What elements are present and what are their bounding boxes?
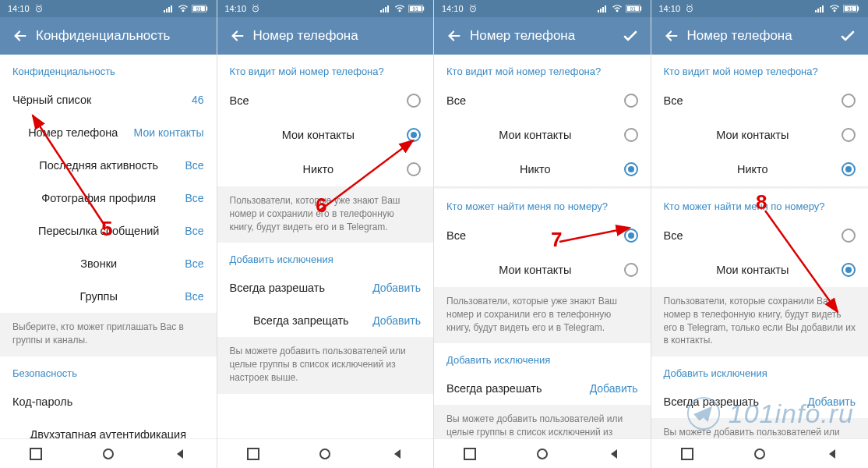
back-button[interactable]: [222, 20, 253, 51]
svg-point-35: [538, 449, 547, 459]
radio-row[interactable]: Никто: [217, 152, 434, 186]
back-button[interactable]: [439, 20, 470, 51]
radio-button[interactable]: [407, 128, 421, 142]
settings-row[interactable]: Двухэтапная аутентификация: [0, 418, 217, 438]
radio-row[interactable]: Никто: [434, 152, 651, 186]
back-button[interactable]: [5, 20, 36, 51]
row-value: Все: [185, 290, 203, 303]
radio-label: Все: [446, 229, 466, 242]
row-label: Последняя активность: [39, 159, 158, 172]
nav-home[interactable]: [740, 442, 779, 466]
nav-back[interactable]: [595, 442, 633, 466]
radio-button[interactable]: [842, 162, 856, 176]
radio-button[interactable]: [842, 128, 856, 142]
nav-home[interactable]: [305, 442, 344, 466]
radio-button[interactable]: [842, 263, 856, 277]
radio-row[interactable]: Все: [651, 83, 869, 118]
section-header: Добавить исключения: [217, 243, 434, 271]
settings-row[interactable]: Всегда разрешать Добавить: [217, 271, 434, 304]
row-label: Группы: [80, 290, 118, 303]
svg-rect-14: [383, 9, 384, 12]
battery-icon: 91: [192, 5, 209, 12]
hint-text: Пользователи, которые сохранили Ваш номе…: [651, 287, 869, 356]
settings-row[interactable]: Всегда запрещать Добавить: [217, 304, 434, 337]
section-header: Кто видит мой номер телефона?: [651, 55, 869, 83]
svg-point-11: [104, 449, 113, 459]
hint-text: Пользователи, которые уже знают Ваш номе…: [434, 287, 651, 343]
confirm-button[interactable]: [832, 20, 863, 51]
section-header: Добавить исключения: [651, 356, 869, 385]
svg-point-23: [320, 449, 330, 459]
hint-text: Вы можете добавить пользователей или цел…: [651, 418, 869, 438]
settings-row[interactable]: Всегда разрешать Добавить: [651, 385, 869, 418]
nav-recent[interactable]: [668, 442, 707, 466]
radio-button[interactable]: [624, 263, 638, 277]
nav-bar: [217, 438, 434, 468]
nav-home[interactable]: [523, 442, 562, 466]
nav-recent[interactable]: [450, 442, 489, 466]
svg-text:91: 91: [630, 6, 636, 12]
radio-button[interactable]: [842, 94, 856, 108]
radio-row[interactable]: Все: [651, 218, 869, 253]
radio-row[interactable]: Мои контакты: [651, 118, 869, 152]
nav-bar: [0, 438, 217, 468]
status-bar: 14:10 91: [651, 0, 869, 17]
section-header: Кто видит мой номер телефона?: [434, 55, 651, 83]
battery-icon: 91: [843, 5, 860, 12]
back-button[interactable]: [656, 20, 687, 51]
radio-button[interactable]: [407, 94, 421, 108]
svg-text:91: 91: [848, 6, 854, 12]
row-label: Всегда разрешать: [446, 382, 542, 395]
settings-row[interactable]: Звонки Все: [0, 247, 217, 280]
settings-row[interactable]: Всегда разрешать Добавить: [434, 372, 651, 405]
nav-recent[interactable]: [234, 442, 273, 466]
nav-home[interactable]: [89, 442, 128, 466]
settings-row[interactable]: Чёрный список 46: [0, 83, 217, 116]
radio-button[interactable]: [407, 162, 421, 176]
status-time: 14:10: [442, 4, 464, 13]
settings-row[interactable]: Пересылка сообщений Все: [0, 214, 217, 247]
wifi-icon: [612, 5, 623, 12]
confirm-button[interactable]: [615, 20, 646, 51]
row-value: Все: [185, 257, 203, 270]
svg-rect-25: [598, 10, 599, 12]
alarm-icon: [685, 4, 694, 13]
content-area: Кто видит мой номер телефона? Все Мои ко…: [217, 55, 434, 438]
svg-rect-2: [166, 9, 168, 12]
row-value: 46: [192, 94, 204, 106]
radio-row[interactable]: Мои контакты: [651, 253, 869, 287]
radio-row[interactable]: Все: [434, 83, 651, 118]
status-bar: 14:10 91: [0, 0, 217, 17]
row-label: Чёрный список: [12, 94, 91, 106]
radio-row[interactable]: Мои контакты: [434, 253, 651, 287]
radio-row[interactable]: Никто: [651, 152, 869, 186]
settings-row[interactable]: Номер телефона Мои контакты: [0, 116, 217, 149]
nav-back[interactable]: [161, 442, 199, 466]
nav-back[interactable]: [813, 442, 852, 466]
radio-button[interactable]: [624, 128, 638, 142]
settings-row[interactable]: Последняя активность Все: [0, 149, 217, 182]
radio-row[interactable]: Все: [217, 83, 434, 118]
svg-rect-4: [171, 5, 172, 12]
signal-icon: [164, 5, 175, 12]
svg-rect-22: [248, 448, 259, 459]
settings-row[interactable]: Код-пароль: [0, 385, 217, 418]
radio-button[interactable]: [842, 229, 856, 243]
radio-row[interactable]: Мои контакты: [434, 118, 651, 152]
row-value: Добавить: [807, 395, 856, 408]
nav-recent[interactable]: [16, 442, 55, 466]
settings-row[interactable]: Группы Все: [0, 280, 217, 313]
settings-row[interactable]: Фотография профиля Все: [0, 182, 217, 214]
battery-icon: 91: [408, 5, 425, 12]
radio-row[interactable]: Все: [434, 218, 651, 253]
radio-row[interactable]: Мои контакты: [217, 118, 434, 152]
phone-screen: 14:10 91 Конфиденциальность Конфиденциал…: [0, 0, 217, 468]
status-bar: 14:10 91: [434, 0, 651, 17]
section-header: Кто может найти меня по номеру?: [434, 190, 651, 218]
radio-button[interactable]: [624, 94, 638, 108]
radio-button[interactable]: [624, 229, 638, 243]
nav-back[interactable]: [378, 442, 417, 466]
radio-button[interactable]: [624, 162, 638, 176]
row-label: Фотография профиля: [41, 192, 156, 204]
radio-label: Мои контакты: [716, 264, 789, 276]
